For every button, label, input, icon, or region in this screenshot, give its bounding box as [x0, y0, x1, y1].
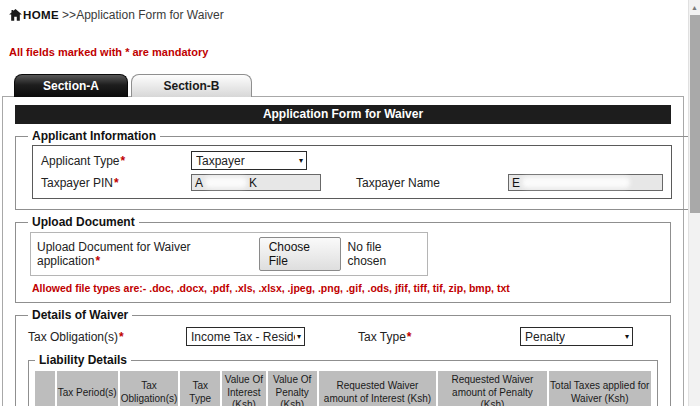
- chevron-down-icon: ▾: [625, 332, 629, 341]
- taxpayer-name-prefix: E: [512, 176, 520, 190]
- col-select: [35, 371, 55, 406]
- scroll-up-button[interactable]: ▲: [689, 0, 700, 14]
- redacted-pin-text: [205, 177, 247, 188]
- tab-section-a[interactable]: Section-A: [14, 74, 128, 97]
- taxpayer-pin-field[interactable]: A K: [191, 174, 321, 191]
- taxpayer-name-label: Taxpayer Name: [356, 176, 508, 190]
- liability-details-legend: Liability Details: [35, 353, 131, 367]
- liability-header-row: Tax Period(s) Tax Obligation(s) Tax Type…: [35, 371, 651, 406]
- form-container: Application Form for Waiver Applicant In…: [2, 96, 684, 406]
- choose-file-button[interactable]: Choose File: [259, 237, 341, 271]
- upload-document-section: Upload Document Upload Document for Waiv…: [15, 215, 671, 303]
- mandatory-marker: *: [407, 330, 412, 344]
- home-icon: [9, 9, 22, 21]
- no-file-chosen-text: No file chosen: [348, 240, 422, 268]
- tax-type-value: Penalty: [525, 330, 565, 344]
- applicant-information-box: Applicant Type* Taxpayer ▾ Taxpayer PIN*…: [32, 145, 672, 199]
- scrollbar-thumb[interactable]: [690, 15, 700, 213]
- taxpayer-pin-prefix: A: [195, 176, 203, 190]
- applicant-information-legend: Applicant Information: [28, 129, 160, 143]
- form-title: Application Form for Waiver: [15, 105, 671, 124]
- col-tax-type: Tax Type: [180, 371, 220, 406]
- col-requested-interest: Requested Waiver amount of Interest (Ksh…: [319, 371, 437, 406]
- applicant-type-label: Applicant Type*: [41, 154, 191, 168]
- col-value-penalty: Value Of Penalty (Ksh): [268, 371, 317, 406]
- liability-details-section: Liability Details Tax Period(s) Tax Obli…: [28, 353, 658, 406]
- tax-obligation-value: Income Tax - Residen: [191, 330, 295, 344]
- upload-document-legend: Upload Document: [28, 215, 139, 229]
- tax-obligation-select[interactable]: Income Tax - Residen ▾: [186, 327, 305, 346]
- col-total-taxes: Total Taxes applied for Waiver (Ksh): [549, 371, 651, 406]
- applicant-type-value: Taxpayer: [196, 154, 245, 168]
- col-tax-obligation: Tax Obligation(s): [120, 371, 179, 406]
- chevron-down-icon: ▾: [299, 156, 303, 165]
- tab-section-b[interactable]: Section-B: [131, 74, 252, 97]
- liability-table: Tax Period(s) Tax Obligation(s) Tax Type…: [33, 369, 653, 406]
- mandatory-marker: *: [119, 330, 124, 344]
- mandatory-marker: *: [121, 154, 126, 168]
- home-link[interactable]: HOME: [9, 9, 59, 21]
- details-of-waiver-legend: Details of Waiver: [28, 308, 132, 322]
- chevron-down-icon: ▾: [297, 332, 301, 341]
- allowed-file-types-text: Allowed file types are:- .doc, .docx, .p…: [32, 282, 660, 294]
- scroll-up-arrow-icon: ▲: [691, 4, 698, 11]
- taxpayer-name-field[interactable]: E: [508, 174, 663, 191]
- mandatory-notice: All fields marked with * are mandatory: [9, 46, 700, 58]
- breadcrumb: HOME >>Application Form for Waiver: [0, 0, 700, 22]
- section-tabs: Section-A Section-B: [14, 74, 700, 97]
- col-value-interest: Value Of Interest (Ksh): [222, 371, 266, 406]
- taxpayer-pin-suffix: K: [249, 176, 257, 190]
- applicant-information-section: Applicant Information Applicant Type* Ta…: [15, 129, 689, 210]
- col-requested-penalty: Requested Waiver amount of Penalty (Ksh): [438, 371, 546, 406]
- vertical-scrollbar[interactable]: ▲: [688, 0, 700, 406]
- mandatory-marker: *: [114, 176, 119, 190]
- redacted-name-text: [522, 177, 630, 188]
- col-tax-period: Tax Period(s): [57, 371, 118, 406]
- details-of-waiver-section: Details of Waiver Tax Obligation(s)* Inc…: [15, 308, 671, 406]
- tax-type-select[interactable]: Penalty ▾: [520, 327, 633, 346]
- mandatory-marker: *: [95, 254, 100, 268]
- home-label[interactable]: HOME: [23, 9, 59, 21]
- upload-box: Upload Document for Waiver application* …: [30, 232, 428, 276]
- applicant-type-select[interactable]: Taxpayer ▾: [191, 151, 307, 170]
- upload-field-label: Upload Document for Waiver application*: [37, 240, 250, 268]
- tax-type-label: Tax Type*: [358, 330, 520, 344]
- breadcrumb-path: >>Application Form for Waiver: [62, 8, 224, 22]
- tax-obligation-label: Tax Obligation(s)*: [28, 330, 186, 344]
- taxpayer-pin-label: Taxpayer PIN*: [41, 176, 191, 190]
